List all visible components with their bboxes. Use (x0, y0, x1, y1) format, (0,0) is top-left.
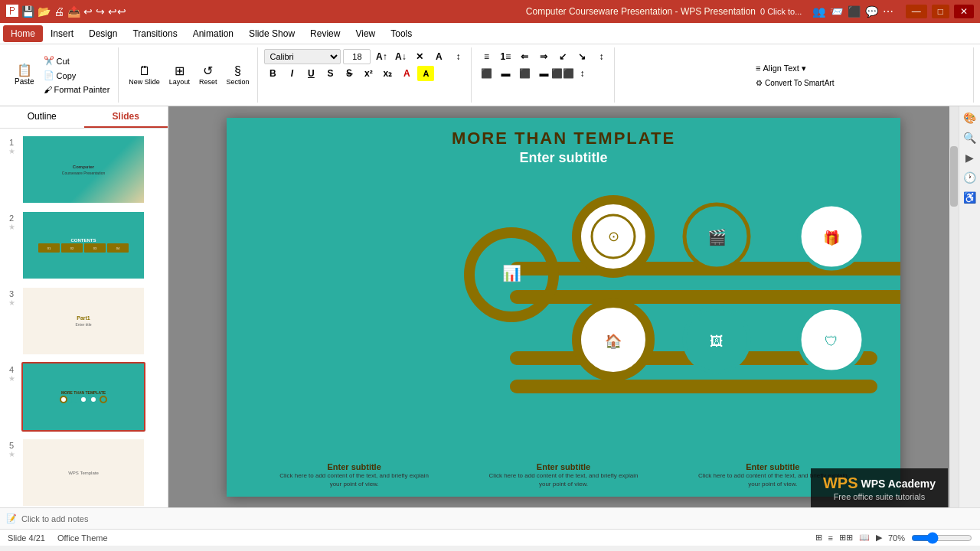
thumb-2[interactable]: CONTENTS 01 02 03 04 (21, 210, 145, 280)
undo-btn[interactable]: ↩ (83, 5, 93, 18)
tab-design[interactable]: Design (81, 25, 125, 42)
font-size-up-btn[interactable]: A↑ (373, 49, 390, 64)
paste-button[interactable]: 📋 Paste (11, 62, 38, 88)
design-panel-btn[interactable]: 🎨 (962, 109, 978, 126)
copy-button[interactable]: 📄 Copy (40, 69, 114, 82)
maximize-btn[interactable]: □ (932, 5, 949, 18)
share-icon[interactable]: 📨 (830, 5, 843, 18)
view-sorter-btn[interactable]: ⊞⊞ (839, 533, 853, 543)
section-button[interactable]: § Section (222, 63, 253, 88)
shadow-btn[interactable]: S (322, 66, 338, 81)
font-size-down-btn[interactable]: A↓ (392, 49, 409, 64)
align-right-btn[interactable]: ⬛ (516, 66, 533, 81)
tab-view[interactable]: View (348, 25, 383, 42)
slide-thumb-5[interactable]: 5 ★ WPS Template (6, 438, 162, 507)
tab-insert[interactable]: Insert (43, 25, 81, 42)
vscrollbar[interactable] (949, 106, 959, 507)
tab-slides[interactable]: Slides (84, 106, 168, 128)
collab-icon[interactable]: 👥 (812, 5, 825, 18)
slide-canvas[interactable]: MORE THAN TEMPLATE Enter subtitle 📊 (227, 118, 900, 497)
underline-btn[interactable]: U (302, 66, 319, 81)
slide-subtitle[interactable]: Enter subtitle (227, 150, 900, 166)
history-panel-btn[interactable]: 🕐 (962, 169, 978, 186)
view-outline-btn[interactable]: ≡ (828, 533, 833, 543)
slide-thumb-2[interactable]: 2 ★ CONTENTS 01 02 03 04 (6, 210, 162, 280)
ltr-btn[interactable]: ↘ (573, 49, 590, 64)
zoom-slider[interactable] (911, 532, 972, 544)
superscript-btn[interactable]: x² (360, 66, 377, 81)
tab-slideshow[interactable]: Slide Show (241, 25, 302, 42)
vscrollbar-thumb[interactable] (950, 146, 958, 207)
svg-rect-1 (510, 290, 900, 304)
subscript-btn[interactable]: x₂ (379, 66, 396, 81)
columns-btn[interactable]: ⬛⬛ (554, 66, 571, 81)
bold-btn[interactable]: B (264, 66, 281, 81)
clear-format-btn[interactable]: ✕ (411, 49, 428, 64)
thumb-4[interactable]: MORE THAN TEMPLATE (21, 362, 145, 432)
convert-smartart-btn[interactable]: ⚙ Convert To SmartArt (752, 77, 838, 89)
numbering-btn[interactable]: 1≡ (497, 49, 514, 64)
tab-animation[interactable]: Animation (185, 25, 241, 42)
indent-inc-btn[interactable]: ⇒ (535, 49, 552, 64)
highlight-btn[interactable]: A (417, 66, 434, 81)
align-center-btn[interactable]: ▬ (497, 66, 514, 81)
font-size-input[interactable] (343, 49, 371, 64)
theme-info: Office Theme (57, 533, 108, 543)
rtl-btn[interactable]: ↙ (554, 49, 571, 64)
thumb-1[interactable]: Computer Courseware Presentation (21, 135, 145, 204)
view-normal-btn[interactable]: ⊞ (815, 533, 822, 543)
font-format-row: B I U S S̶ x² x₂ A A (264, 66, 466, 81)
tab-review[interactable]: Review (302, 25, 348, 42)
accessibility-panel-btn[interactable]: ♿ (962, 189, 978, 206)
tab-tools[interactable]: Tools (383, 25, 420, 42)
redo-btn2[interactable]: ↩↩ (108, 5, 126, 18)
window-title: Computer Courseware Presentation - WPS P… (526, 6, 756, 17)
slide-thumb-1[interactable]: 1 ★ Computer Courseware Presentation (6, 135, 162, 204)
cut-button[interactable]: ✂️ Cut (40, 54, 114, 67)
text-block-1[interactable]: Enter subtitle Click here to add content… (278, 462, 431, 488)
line-spacing-btn[interactable]: ↕ (593, 49, 609, 64)
slide-title[interactable]: MORE THAN TEMPLATE (227, 129, 900, 148)
font-color-btn[interactable]: A (398, 66, 415, 81)
font-sort-btn[interactable]: ↕ (449, 49, 466, 64)
titlebar: 🅿 💾 📂 🖨 📤 ↩ ↪ ↩↩ Computer Courseware Pre… (0, 0, 980, 23)
text-block-2[interactable]: Enter subtitle Click here to add content… (487, 462, 640, 488)
search-panel-btn[interactable]: 🔍 (962, 129, 978, 146)
align-text-button[interactable]: ≡ Align Text ▾ (752, 62, 838, 75)
quick-open[interactable]: 📂 (38, 5, 51, 18)
format-painter-button[interactable]: 🖌 Format Painter (40, 83, 114, 96)
align-left-btn[interactable]: ⬛ (478, 66, 495, 81)
transitions-panel-btn[interactable]: ▶ (962, 149, 978, 166)
indent-dec-btn[interactable]: ⇐ (516, 49, 533, 64)
chat-icon[interactable]: 💬 (865, 5, 878, 18)
slide-thumb-4[interactable]: 4 ★ MORE THAN TEMPLATE (6, 362, 162, 432)
italic-btn[interactable]: I (283, 66, 300, 81)
quick-print[interactable]: 🖨 (54, 5, 64, 18)
thumb-3[interactable]: Part1 Enter title (21, 286, 145, 356)
para-spacing-btn[interactable]: ↕ (573, 66, 590, 81)
notes-text[interactable]: Click to add notes (21, 514, 88, 523)
font-name-select[interactable]: CalibriArialTimes New Roman (264, 49, 341, 64)
align-justify-btn[interactable]: ▬ (535, 66, 552, 81)
close-btn[interactable]: ✕ (954, 5, 974, 18)
tab-home[interactable]: Home (3, 25, 43, 42)
reset-button[interactable]: ↺ Reset (195, 63, 221, 88)
view-reading-btn[interactable]: 📖 (859, 533, 870, 543)
restore-icon[interactable]: ⬛ (848, 5, 861, 18)
more-icon[interactable]: ⋯ (883, 5, 893, 18)
font-lang-btn[interactable]: A (430, 49, 447, 64)
slide-thumb-3[interactable]: 3 ★ Part1 Enter title (6, 286, 162, 356)
redo-btn[interactable]: ↪ (96, 5, 105, 18)
minimize-btn[interactable]: — (906, 5, 927, 18)
tab-transitions[interactable]: Transitions (125, 25, 185, 42)
new-slide-button[interactable]: 🗒 New Slide (125, 63, 164, 88)
title-buttons: 0 Click to... 👥 📨 ⬛ 💬 ⋯ — □ ✕ (760, 5, 974, 18)
bullets-btn[interactable]: ≡ (478, 49, 495, 64)
quick-export[interactable]: 📤 (67, 5, 80, 18)
tab-outline[interactable]: Outline (0, 106, 84, 128)
layout-button[interactable]: ⊞ Layout (165, 63, 194, 88)
thumb-5[interactable]: WPS Template (21, 438, 145, 507)
quick-save[interactable]: 💾 (21, 5, 34, 18)
view-slideshow-btn[interactable]: ▶ (876, 533, 882, 543)
strikethrough-btn[interactable]: S̶ (341, 66, 358, 81)
